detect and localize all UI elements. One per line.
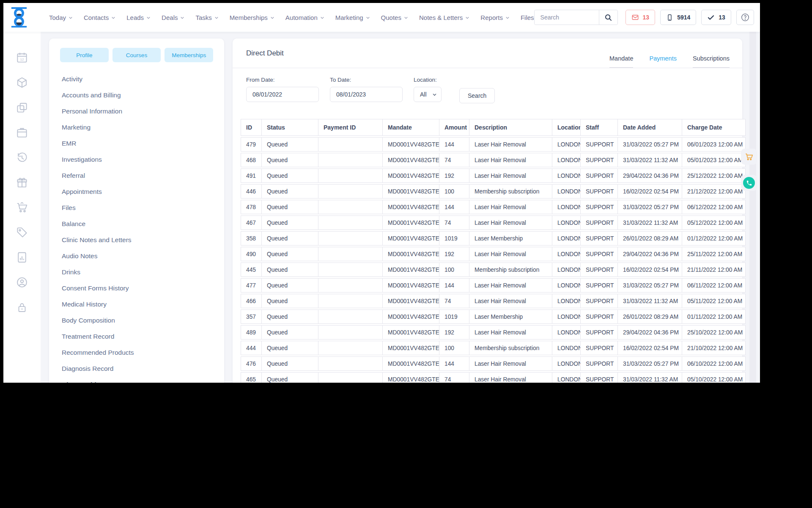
tag-icon[interactable] [15, 225, 29, 240]
table-row[interactable]: 445QueuedMD0001VV482GTE100Membership sub… [241, 262, 746, 277]
to-date-input[interactable] [330, 87, 403, 102]
nav-item-marketing[interactable]: Marketing [335, 14, 370, 21]
search-input[interactable] [535, 10, 599, 25]
menu-item-emr[interactable]: EMR [60, 135, 213, 152]
cell-payment-id [318, 325, 383, 340]
table-row[interactable]: 479QueuedMD0001VV482GTE144Laser Hair Rem… [241, 137, 746, 152]
menu-item-activity[interactable]: Activity [60, 71, 213, 87]
cell-location: LONDON [552, 231, 581, 246]
filter-search-button[interactable]: Search [459, 88, 495, 103]
table-row[interactable]: 467QueuedMD0001VV482GTE74Laser Hair Remo… [241, 215, 746, 230]
nav-item-leads[interactable]: Leads [126, 14, 151, 21]
package-icon[interactable] [15, 75, 29, 90]
table-row[interactable]: 358QueuedMD0001VV482GTE1019Laser Members… [241, 231, 746, 246]
vertical-scrollbar[interactable] [749, 32, 756, 383]
help-button[interactable] [736, 10, 754, 25]
lock-icon[interactable] [15, 300, 29, 315]
search-icon[interactable] [599, 10, 617, 25]
table-row[interactable]: 476QueuedMD0001VV482GTE144Laser Hair Rem… [241, 356, 746, 371]
page-body: 12 ProfileCoursesMemberships ActivityAcc… [3, 32, 760, 383]
menu-item-balance[interactable]: Balance [60, 216, 213, 232]
nav-item-today[interactable]: Today [49, 14, 73, 21]
history-icon[interactable] [15, 150, 29, 165]
menu-item-drinks[interactable]: Drinks [60, 264, 213, 280]
table-row[interactable]: 466QueuedMD0001VV482GTE74Laser Hair Remo… [241, 294, 746, 308]
messages-count: 13 [643, 14, 650, 21]
nav-item-tasks[interactable]: Tasks [195, 14, 218, 21]
table-row[interactable]: 444QueuedMD0001VV482GTE100Membership sub… [241, 341, 746, 355]
calendar-icon[interactable]: 12 [15, 50, 29, 65]
chevron-down-icon [146, 16, 151, 20]
cell-charge-date: 05/11/2022 12:00 AM [682, 294, 746, 308]
chevron-down-icon [111, 16, 115, 20]
sms-button[interactable]: 5914 [660, 10, 696, 25]
menu-item-direct-debit[interactable]: Direct Debit [60, 377, 213, 383]
menu-item-accounts-and-billing[interactable]: Accounts and Billing [60, 87, 213, 103]
copy-icon[interactable] [15, 100, 29, 115]
table-row[interactable]: 491QueuedMD0001VV482GTE192Laser Hair Rem… [241, 168, 746, 183]
menu-item-body-composition[interactable]: Body Composition [60, 312, 213, 329]
cart-button[interactable] [741, 149, 757, 165]
cart-icon[interactable] [15, 200, 29, 215]
nav-item-files[interactable]: Files [521, 14, 534, 21]
report-icon[interactable] [15, 250, 29, 265]
nav-item-quotes[interactable]: Quotes [381, 14, 408, 21]
panel-tab-courses[interactable]: Courses [112, 48, 161, 62]
chevron-down-icon [465, 16, 469, 20]
cell-description: Laser Hair Removal [469, 168, 552, 183]
menu-item-audio-notes[interactable]: Audio Notes [60, 248, 213, 264]
cell-status: Queued [262, 341, 318, 355]
table-row[interactable]: 490QueuedMD0001VV482GTE192Laser Hair Rem… [241, 247, 746, 261]
messages-button[interactable]: 13 [625, 10, 656, 25]
voucher-icon[interactable] [15, 125, 29, 140]
menu-item-investigations[interactable]: Investigations [60, 152, 213, 168]
nav-item-automation[interactable]: Automation [285, 14, 324, 21]
tab-mandate[interactable]: Mandate [609, 55, 633, 68]
location-select[interactable]: All [414, 87, 442, 102]
menu-item-clinic-notes-and-letters[interactable]: Clinic Notes and Letters [60, 232, 213, 248]
cell-payment-id [318, 231, 383, 246]
cell-charge-date: 25/12/2022 12:00 AM [682, 168, 746, 183]
menu-item-treatment-record[interactable]: Treatment Record [60, 329, 213, 345]
whatsapp-button[interactable] [741, 175, 757, 191]
table-row[interactable]: 465QueuedMD0001VV482GTE74Laser Hair Remo… [241, 372, 746, 383]
menu-item-referral[interactable]: Referral [60, 168, 213, 184]
menu-item-personal-information[interactable]: Personal Information [60, 103, 213, 119]
account-icon[interactable] [15, 275, 29, 290]
table-row[interactable]: 357QueuedMD0001VV482GTE1019Laser Members… [241, 309, 746, 324]
table-row[interactable]: 478QueuedMD0001VV482GTE144Laser Hair Rem… [241, 200, 746, 214]
cell-location: LONDON [552, 153, 581, 167]
table-row[interactable]: 446QueuedMD0001VV482GTE100Membership sub… [241, 184, 746, 199]
cell-charge-date: 05/01/2023 12:00 AM [682, 153, 746, 167]
cell-date-added: 29/04/2022 04:36 PM [618, 325, 682, 340]
nav-item-deals[interactable]: Deals [162, 14, 184, 21]
nav-item-notes-letters[interactable]: Notes & Letters [419, 14, 469, 21]
nav-item-contacts[interactable]: Contacts [84, 14, 115, 21]
nav-item-memberships[interactable]: Memberships [230, 14, 274, 21]
cell-payment-id [318, 153, 383, 167]
tab-payments[interactable]: Payments [649, 55, 676, 68]
app-logo-hourglass-icon[interactable] [9, 6, 29, 29]
tasks-button[interactable]: 13 [701, 10, 731, 25]
cell-mandate: MD0001VV482GTE [383, 215, 439, 230]
menu-item-marketing[interactable]: Marketing [60, 119, 213, 135]
cell-payment-id [318, 262, 383, 277]
table-row[interactable]: 477QueuedMD0001VV482GTE144Laser Hair Rem… [241, 278, 746, 293]
menu-item-files[interactable]: Files [60, 200, 213, 216]
svg-text:12: 12 [20, 58, 24, 61]
table-row[interactable]: 489QueuedMD0001VV482GTE192Laser Hair Rem… [241, 325, 746, 340]
menu-item-recommended-products[interactable]: Recommended Products [60, 345, 213, 361]
from-date-input[interactable] [246, 87, 319, 102]
menu-item-medical-history[interactable]: Medical History [60, 296, 213, 312]
menu-item-appointments[interactable]: Appointments [60, 184, 213, 200]
nav-item-reports[interactable]: Reports [480, 14, 510, 21]
panel-tab-profile[interactable]: Profile [60, 48, 109, 62]
tab-subscriptions[interactable]: Subscriptions [693, 55, 730, 68]
gift-icon[interactable] [15, 175, 29, 190]
table-row[interactable]: 468QueuedMD0001VV482GTE74Laser Hair Remo… [241, 153, 746, 167]
icon-sidebar: 12 [3, 32, 41, 383]
panel-tab-memberships[interactable]: Memberships [165, 48, 213, 62]
menu-item-consent-forms-history[interactable]: Consent Forms History [60, 280, 213, 296]
menu-item-diagnosis-record[interactable]: Diagnosis Record [60, 361, 213, 377]
cell-mandate: MD0001VV482GTE [383, 294, 439, 308]
